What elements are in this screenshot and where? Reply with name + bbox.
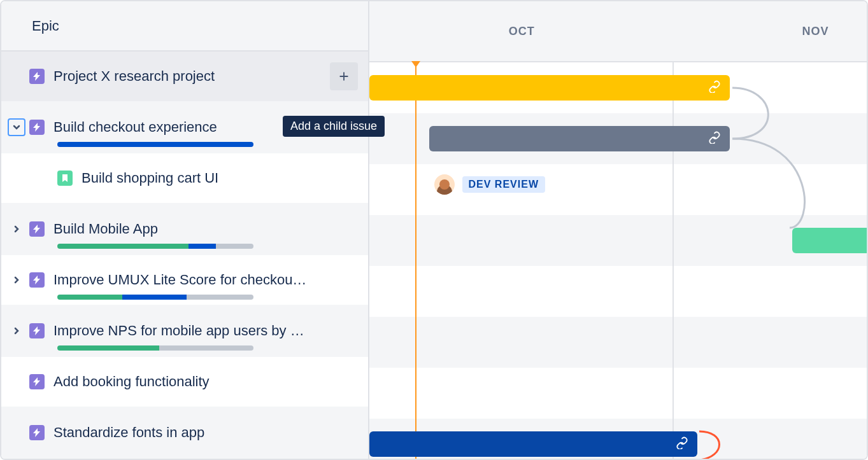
chevron-right-icon[interactable]: [8, 220, 25, 238]
epic-rows: Project X research project Build checkou…: [1, 52, 368, 459]
epic-column-label: Epic: [32, 18, 59, 34]
chevron-right-icon[interactable]: [8, 322, 25, 340]
link-icon[interactable]: [708, 131, 721, 146]
issue-status-chip[interactable]: DEV REVIEW: [434, 174, 545, 195]
epic-icon: [29, 374, 45, 389]
epic-label: Improve NPS for mobile app users by …: [53, 323, 358, 339]
epic-column-header: Epic: [1, 1, 368, 52]
timeline-row: [369, 368, 867, 419]
epic-icon: [29, 120, 45, 135]
epic-label: Build Mobile App: [53, 221, 358, 237]
epic-bar[interactable]: [429, 126, 730, 151]
epic-label: Project X research project: [53, 68, 325, 85]
timeline[interactable]: OCT NOV: [369, 1, 867, 459]
epic-row[interactable]: Standardize fonts in app: [1, 408, 368, 459]
epic-icon: [29, 323, 45, 338]
epic-row[interactable]: Improve NPS for mobile app users by …: [1, 306, 368, 357]
status-lozenge: DEV REVIEW: [462, 176, 545, 193]
month-label-oct: OCT: [509, 25, 535, 38]
timeline-header: OCT NOV: [369, 1, 867, 62]
add-child-issue-tooltip: Add a child issue: [283, 116, 385, 137]
today-marker-icon: [411, 61, 420, 67]
epic-label: Improve UMUX Lite Score for checkou…: [53, 272, 358, 288]
link-icon[interactable]: [676, 436, 688, 452]
epic-bar[interactable]: [369, 75, 730, 101]
epic-label: Add booking functionality: [53, 373, 358, 390]
progress-bar: [57, 142, 253, 147]
timeline-body[interactable]: DEV REVIEW: [369, 62, 867, 459]
month-label-nov: NOV: [802, 25, 829, 38]
progress-bar: [57, 295, 253, 300]
child-issue-label: Build shopping cart UI: [82, 170, 358, 186]
roadmap-view: Epic Project X research project: [0, 0, 868, 460]
epic-icon: [29, 221, 45, 237]
chevron-down-icon[interactable]: [8, 118, 25, 136]
epic-row[interactable]: Add booking functionality: [1, 357, 368, 408]
story-icon: [57, 171, 73, 186]
progress-bar: [57, 244, 253, 249]
epic-icon: [29, 272, 45, 288]
epic-bar[interactable]: [369, 431, 697, 457]
progress-bar: [57, 345, 253, 351]
epic-sidebar: Epic Project X research project: [1, 1, 369, 459]
link-icon[interactable]: [708, 80, 721, 95]
timeline-row: [369, 317, 867, 368]
child-issue-row[interactable]: Build shopping cart UI: [1, 153, 368, 204]
add-child-issue-button[interactable]: [330, 62, 358, 90]
month-divider: [672, 62, 674, 459]
epic-row[interactable]: Improve UMUX Lite Score for checkou…: [1, 255, 368, 306]
assignee-avatar[interactable]: [434, 174, 455, 195]
epic-row[interactable]: Project X research project: [1, 52, 368, 102]
epic-label: Standardize fonts in app: [53, 424, 358, 441]
epic-icon: [29, 425, 45, 440]
timeline-row: [369, 266, 867, 317]
chevron-right-icon[interactable]: [8, 271, 25, 289]
epic-icon: [29, 69, 45, 84]
epic-bar[interactable]: [792, 228, 868, 253]
epic-row[interactable]: Build Mobile App: [1, 204, 368, 255]
today-marker-line: [415, 62, 416, 459]
